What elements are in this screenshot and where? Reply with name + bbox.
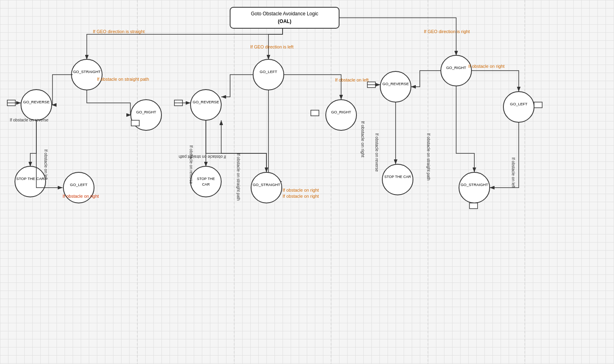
go-right-3-node bbox=[441, 55, 472, 86]
go-left-3-label: GO_LEFT bbox=[510, 102, 527, 106]
go-reverse-2-node bbox=[191, 90, 221, 120]
go-straight-1-label: GO_STRAIGHT bbox=[73, 69, 101, 74]
go-reverse-1-node bbox=[21, 90, 52, 120]
label-obstacle-right-2: If obstacle on right bbox=[283, 194, 319, 199]
go-right-1-label: GO_RIGHT bbox=[136, 110, 156, 114]
stop-car-2-label-1: STOP THE bbox=[197, 177, 215, 181]
go-left-3-node bbox=[503, 92, 534, 122]
go-right-2-rect bbox=[311, 110, 319, 116]
go-right-2-label: GO_RIGHT bbox=[331, 110, 351, 114]
stop-car-2-node bbox=[191, 166, 221, 197]
diagram-canvas: Goto Obstacle Avoidance Logic (OAL) If G… bbox=[0, 0, 614, 364]
start-label-2: (OAL) bbox=[278, 19, 291, 24]
label-obstacle-straight-path-2: If obstacle on straight path bbox=[179, 155, 226, 159]
go-reverse-3-node bbox=[380, 71, 411, 102]
stop-car-1-node bbox=[15, 166, 46, 197]
stop-car-2-label-2: CAR bbox=[202, 182, 210, 186]
label-obstacle-left-1: If obstacle on left bbox=[44, 149, 48, 180]
go-straight-2-label: GO_STRAIGHT bbox=[253, 182, 280, 187]
label-obstacle-right-3: If obstacle on right bbox=[468, 64, 505, 69]
go-right-1-rect bbox=[131, 120, 139, 126]
label-obstacle-reverse-1: If obstacle on reverse bbox=[10, 118, 48, 122]
label-obstacle-straight-path-vertical: If obstacle on straight path bbox=[236, 153, 241, 201]
stop-car-1-label: STOP THE CAR bbox=[16, 176, 44, 181]
go-left-1-label: GO_LEFT bbox=[70, 182, 87, 187]
go-reverse-3-label: GO_REVERSE bbox=[382, 82, 409, 86]
label-geo-right: If GEO direction is right bbox=[424, 29, 470, 34]
label-if-obstacle-right-straight: If obstacle on right bbox=[283, 188, 319, 192]
stop-car-3-node bbox=[382, 164, 413, 195]
go-straight-2-node bbox=[251, 172, 282, 203]
label-obstacle-straight-1: If obstacle on straight path bbox=[97, 77, 149, 82]
label-geo-left: If GEO direction is left bbox=[250, 44, 293, 49]
label-obstacle-left-2: If obstacle on left bbox=[335, 77, 369, 82]
go-straight-1-node bbox=[71, 59, 102, 90]
label-geo-straight: If GEO direction is straight bbox=[93, 29, 145, 34]
go-left-2-node bbox=[253, 59, 284, 90]
go-right-2-node bbox=[326, 100, 356, 130]
go-right-3-label: GO_RIGHT bbox=[446, 65, 466, 70]
start-node bbox=[230, 7, 339, 28]
go-reverse-1-label: GO_REVERSE bbox=[23, 100, 49, 104]
label-obstacle-straight-path-3: If obstacle on straight path bbox=[426, 133, 431, 180]
stop-car-3-label: STOP THE CAR bbox=[384, 175, 411, 179]
go-reverse-2-label: GO_REVERSE bbox=[193, 100, 219, 104]
go-left-3-rect bbox=[534, 102, 542, 108]
label-obstacle-left-3: If obstacle on left bbox=[511, 157, 516, 188]
go-straight-3-rect bbox=[469, 203, 478, 209]
label-obstacle-reverse-3: If obstacle on reverse bbox=[375, 133, 379, 172]
go-left-2-label: GO_LEFT bbox=[260, 69, 277, 74]
label-right-rotated: If obstacle on right bbox=[360, 121, 365, 157]
go-straight-3-node bbox=[459, 172, 490, 203]
start-label-1: Goto Obstacle Avoidance Logic bbox=[251, 11, 318, 17]
label-obstacle-reverse-2: If obstacle on reverse bbox=[189, 145, 193, 184]
label-obstacle-right-go-left: If obstacle on right bbox=[63, 194, 99, 199]
go-straight-3-label: GO_STRAIGHT bbox=[461, 182, 488, 187]
